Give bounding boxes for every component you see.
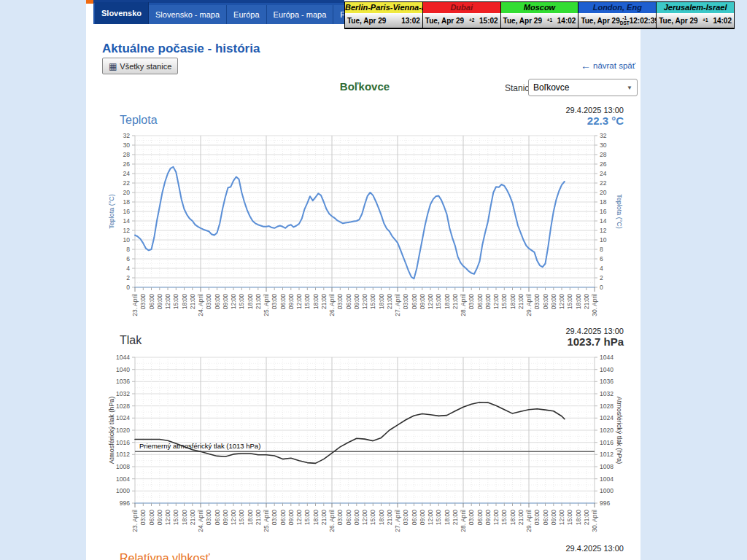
svg-text:03:00: 03:00 <box>139 510 147 526</box>
svg-text:24: 24 <box>123 170 131 177</box>
clock-body: Tue, Apr 29+114:02 <box>501 13 578 28</box>
chevron-down-icon: ▼ <box>627 85 632 91</box>
svg-text:18:00: 18:00 <box>312 510 320 526</box>
svg-text:15:00: 15:00 <box>303 294 311 310</box>
svg-text:29. April: 29. April <box>525 510 533 532</box>
svg-text:12:00: 12:00 <box>427 510 434 526</box>
svg-text:10: 10 <box>123 236 131 244</box>
svg-text:1004: 1004 <box>116 475 130 483</box>
back-link[interactable]: ← návrat späť <box>581 61 635 70</box>
svg-text:1040: 1040 <box>116 366 130 373</box>
svg-text:21:00: 21:00 <box>386 510 393 526</box>
svg-text:30. April: 30. April <box>591 294 598 316</box>
svg-text:15:00: 15:00 <box>303 510 311 526</box>
svg-text:09:00: 09:00 <box>550 510 557 526</box>
svg-text:18: 18 <box>123 198 131 206</box>
svg-text:09:00: 09:00 <box>419 510 426 526</box>
svg-text:25. April: 25. April <box>263 294 270 316</box>
svg-text:03:00: 03:00 <box>271 294 278 310</box>
svg-text:26: 26 <box>123 160 131 168</box>
svg-text:1012: 1012 <box>600 451 614 458</box>
svg-text:15:00: 15:00 <box>172 294 179 310</box>
clock-utc-offset: +1 <box>542 18 557 23</box>
svg-text:32: 32 <box>600 132 607 139</box>
svg-text:18:00: 18:00 <box>509 294 516 310</box>
svg-text:24: 24 <box>600 170 607 177</box>
svg-text:1036: 1036 <box>116 378 130 385</box>
svg-text:03:00: 03:00 <box>139 294 147 310</box>
svg-text:06:00: 06:00 <box>148 510 155 526</box>
world-clock-1[interactable]: DubaiTue, Apr 29+215:02 <box>423 2 501 28</box>
svg-text:18:00: 18:00 <box>181 294 188 310</box>
svg-text:20: 20 <box>123 189 131 196</box>
svg-text:06:00: 06:00 <box>345 294 352 310</box>
svg-text:1024: 1024 <box>600 414 614 421</box>
svg-text:18:00: 18:00 <box>181 510 188 526</box>
svg-text:1032: 1032 <box>600 390 614 397</box>
svg-text:03:00: 03:00 <box>205 294 212 310</box>
svg-text:21:00: 21:00 <box>255 510 262 526</box>
svg-text:12:00: 12:00 <box>295 510 303 526</box>
all-stations-button[interactable]: ▦ Všetky stanice <box>102 58 178 74</box>
world-clock-0[interactable]: Berlin-Paris-Vienna-RomaTue, Apr 2913:02 <box>345 2 423 28</box>
world-clocks: Berlin-Paris-Vienna-RomaTue, Apr 2913:02… <box>344 1 735 29</box>
svg-text:1000: 1000 <box>116 487 130 494</box>
clock-city: Jerusalem-Israel <box>657 2 734 13</box>
station-select[interactable]: Boľkovce ▼ <box>528 79 638 96</box>
clock-utc-offset: -1DST <box>620 15 630 26</box>
svg-text:09:00: 09:00 <box>156 294 163 310</box>
svg-text:03:00: 03:00 <box>402 510 409 526</box>
svg-text:03:00: 03:00 <box>468 510 475 526</box>
svg-text:25. April: 25. April <box>263 510 270 532</box>
svg-text:24. April: 24. April <box>197 510 204 532</box>
svg-text:23. April: 23. April <box>131 510 139 532</box>
svg-text:15:00: 15:00 <box>369 294 376 310</box>
svg-text:18:00: 18:00 <box>247 294 254 310</box>
svg-text:12:00: 12:00 <box>230 510 237 526</box>
nav-tab-2[interactable]: Európa <box>227 5 266 24</box>
svg-text:21:00: 21:00 <box>189 294 196 310</box>
grid-icon: ▦ <box>109 61 117 71</box>
svg-text:03:00: 03:00 <box>533 510 541 526</box>
svg-text:22: 22 <box>123 179 131 187</box>
svg-text:12:00: 12:00 <box>492 510 500 526</box>
world-clock-3[interactable]: London, EngTue, Apr 29-1DST12:02:39 <box>578 2 657 28</box>
svg-text:12:00: 12:00 <box>492 294 500 310</box>
svg-text:21:00: 21:00 <box>583 294 590 310</box>
svg-text:27. April: 27. April <box>394 510 401 532</box>
nav-tab-1[interactable]: Slovensko - mapa <box>149 5 227 24</box>
left-arrow-icon: ← <box>581 62 591 69</box>
svg-text:15:00: 15:00 <box>435 510 442 526</box>
nav-tab-0[interactable]: Slovensko <box>95 2 149 24</box>
nav-tab-3[interactable]: Európa - mapa <box>267 5 334 24</box>
chart-plot-0: 0022446688101012121414161618182020222224… <box>102 102 627 322</box>
clock-city: Moscow <box>501 2 578 13</box>
svg-text:09:00: 09:00 <box>156 510 163 526</box>
svg-text:2: 2 <box>126 274 130 281</box>
world-clock-2[interactable]: MoscowTue, Apr 29+114:02 <box>501 2 579 28</box>
svg-text:18:00: 18:00 <box>444 510 451 526</box>
svg-text:1036: 1036 <box>600 378 614 385</box>
clock-body: Tue, Apr 29+215:02 <box>423 13 500 28</box>
svg-text:15:00: 15:00 <box>500 510 508 526</box>
svg-text:10: 10 <box>600 236 607 244</box>
svg-text:28. April: 28. April <box>460 294 467 316</box>
clock-date: Tue, Apr 29 <box>659 17 697 25</box>
svg-text:15:00: 15:00 <box>566 510 573 526</box>
svg-text:06:00: 06:00 <box>148 294 155 310</box>
svg-text:30. April: 30. April <box>591 510 598 532</box>
svg-text:18:00: 18:00 <box>312 294 320 310</box>
svg-text:16: 16 <box>600 208 607 215</box>
svg-text:06:00: 06:00 <box>542 294 549 310</box>
svg-text:03:00: 03:00 <box>402 294 409 310</box>
clock-time: 15:02 <box>479 17 498 25</box>
svg-text:26. April: 26. April <box>328 510 336 532</box>
clock-date: Tue, Apr 29 <box>425 17 464 25</box>
svg-text:1000: 1000 <box>600 487 614 494</box>
svg-text:30: 30 <box>600 141 607 149</box>
svg-text:12:00: 12:00 <box>164 510 171 526</box>
svg-text:09:00: 09:00 <box>287 294 295 310</box>
svg-text:23. April: 23. April <box>131 294 139 316</box>
svg-text:21:00: 21:00 <box>452 294 459 310</box>
world-clock-4[interactable]: Jerusalem-IsraelTue, Apr 29+114:02 <box>657 2 734 28</box>
